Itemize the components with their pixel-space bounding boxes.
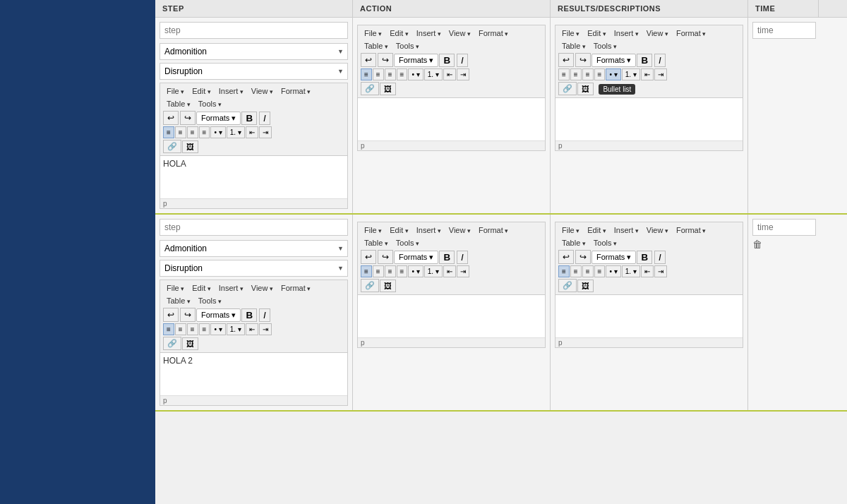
results-view-menu[interactable]: View [643, 28, 672, 39]
file-menu[interactable]: File [163, 85, 188, 97]
italic-button-2[interactable]: I [259, 308, 270, 322]
delete-row-button[interactable]: 🗑 [752, 239, 762, 250]
table-menu-2[interactable]: Table [163, 295, 194, 306]
bold-button-2[interactable]: B [241, 308, 257, 322]
action-align-justify-2[interactable]: ≡ [397, 265, 408, 277]
link-button[interactable]: 🔗 [163, 140, 181, 153]
bold-button[interactable]: B [241, 112, 257, 125]
action-align-left-2[interactable]: ≡ [361, 265, 372, 277]
tools-menu-2[interactable]: Tools [195, 295, 225, 306]
undo-button[interactable]: ↩ [163, 111, 179, 125]
number-list-button[interactable]: 1. ▾ [227, 126, 245, 138]
results-insert-menu-2[interactable]: Insert [611, 224, 642, 236]
results-italic-2[interactable]: I [654, 251, 666, 264]
formats-button[interactable]: Formats ▾ [196, 112, 241, 125]
results-editor-body-2[interactable] [555, 295, 743, 337]
number-list-2[interactable]: 1. ▾ [227, 323, 245, 335]
action-outdent-2[interactable]: ⇤ [443, 265, 456, 277]
insert-menu[interactable]: Insert [215, 85, 247, 97]
action-outdent[interactable]: ⇤ [443, 68, 456, 80]
admonition-select-2[interactable]: Admonition [160, 240, 348, 257]
action-undo-2[interactable]: ↩ [361, 250, 376, 264]
disruption-select[interactable]: Disruption [160, 63, 348, 80]
results-table-menu-2[interactable]: Table [558, 237, 589, 248]
align-center-button[interactable]: ≡ [175, 126, 186, 138]
view-menu[interactable]: View [248, 85, 277, 97]
step-editor-body-2[interactable]: HOLA 2 [160, 353, 347, 395]
action-italic-button[interactable]: I [457, 54, 468, 67]
action-bold-button[interactable]: B [439, 54, 455, 67]
time-input[interactable] [752, 22, 816, 39]
results-editor-body[interactable] [555, 98, 743, 140]
results-align-justify-2[interactable]: ≡ [594, 265, 606, 277]
results-redo-button[interactable]: ↪ [575, 53, 591, 67]
image-button[interactable]: 🖼 [182, 140, 198, 153]
results-formats-button[interactable]: Formats ▾ [591, 54, 636, 67]
results-indent-2[interactable]: ⇥ [654, 265, 667, 277]
results-indent[interactable]: ⇥ [654, 68, 667, 80]
action-format-menu[interactable]: Format [475, 28, 512, 39]
table-menu[interactable]: Table [163, 98, 194, 109]
action-redo-button[interactable]: ↪ [378, 53, 393, 67]
results-view-menu-2[interactable]: View [643, 224, 672, 236]
action-link-2[interactable]: 🔗 [361, 279, 379, 292]
align-justify-button[interactable]: ≡ [199, 126, 210, 138]
action-align-justify[interactable]: ≡ [397, 68, 408, 80]
action-bold-2[interactable]: B [439, 251, 455, 264]
action-formats-2[interactable]: Formats ▾ [394, 251, 438, 264]
action-align-center-2[interactable]: ≡ [373, 265, 384, 277]
results-link-2[interactable]: 🔗 [558, 279, 577, 292]
action-redo-2[interactable]: ↪ [378, 250, 393, 264]
align-left-button[interactable]: ≡ [163, 126, 174, 138]
action-insert-menu-2[interactable]: Insert [413, 224, 445, 236]
action-editor-body-2[interactable] [358, 295, 545, 337]
results-bullet-2[interactable]: • ▾ [606, 265, 620, 277]
indent-2[interactable]: ⇥ [259, 323, 272, 335]
time-input-2[interactable] [752, 219, 816, 236]
results-align-left[interactable]: ≡ [558, 68, 570, 80]
results-tools-menu[interactable]: Tools [590, 40, 620, 52]
align-justify-2[interactable]: ≡ [199, 323, 210, 335]
image-button-2[interactable]: 🖼 [182, 337, 198, 350]
insert-menu-2[interactable]: Insert [215, 282, 247, 294]
edit-menu-2[interactable]: Edit [188, 282, 214, 294]
step-editor-body[interactable]: HOLA [160, 156, 347, 198]
results-edit-menu-2[interactable]: Edit [584, 224, 609, 236]
action-tools-menu-2[interactable]: Tools [392, 237, 423, 248]
redo-button[interactable]: ↪ [180, 111, 196, 125]
results-align-right[interactable]: ≡ [582, 68, 594, 80]
results-formats-2[interactable]: Formats ▾ [591, 251, 636, 264]
results-image-2[interactable]: 🖼 [577, 280, 594, 292]
results-tools-menu-2[interactable]: Tools [590, 237, 620, 248]
results-file-menu[interactable]: File [558, 28, 583, 39]
action-indent[interactable]: ⇥ [457, 68, 469, 80]
format-menu-2[interactable]: Format [277, 282, 314, 294]
align-right-2[interactable]: ≡ [187, 323, 198, 335]
align-left-2[interactable]: ≡ [163, 323, 174, 335]
outdent-button[interactable]: ⇤ [246, 126, 258, 138]
format-menu[interactable]: Format [277, 85, 314, 97]
action-table-menu[interactable]: Table [361, 40, 392, 52]
admonition-select[interactable]: Admonition [160, 43, 348, 60]
action-edit-menu-2[interactable]: Edit [386, 224, 412, 236]
link-button-2[interactable]: 🔗 [163, 337, 181, 350]
align-center-2[interactable]: ≡ [175, 323, 186, 335]
results-bullet-list[interactable]: • ▾ [606, 68, 620, 80]
results-file-menu-2[interactable]: File [558, 224, 583, 236]
step-input-2[interactable] [160, 219, 348, 236]
results-format-menu-2[interactable]: Format [673, 224, 709, 236]
results-redo-2[interactable]: ↪ [575, 250, 591, 264]
results-format-menu[interactable]: Format [673, 28, 709, 39]
results-image-button[interactable]: 🖼 [577, 83, 594, 95]
step-input[interactable] [160, 22, 348, 39]
results-number-list[interactable]: 1. ▾ [622, 68, 640, 80]
action-align-right[interactable]: ≡ [385, 68, 396, 80]
action-italic-2[interactable]: I [457, 251, 468, 264]
tools-menu[interactable]: Tools [195, 98, 225, 109]
action-align-center[interactable]: ≡ [373, 68, 384, 80]
results-undo-2[interactable]: ↩ [558, 250, 574, 264]
results-bold-button[interactable]: B [637, 54, 652, 67]
action-bullet-2[interactable]: • ▾ [408, 265, 423, 277]
results-number-2[interactable]: 1. ▾ [622, 265, 640, 277]
align-right-button[interactable]: ≡ [187, 126, 198, 138]
